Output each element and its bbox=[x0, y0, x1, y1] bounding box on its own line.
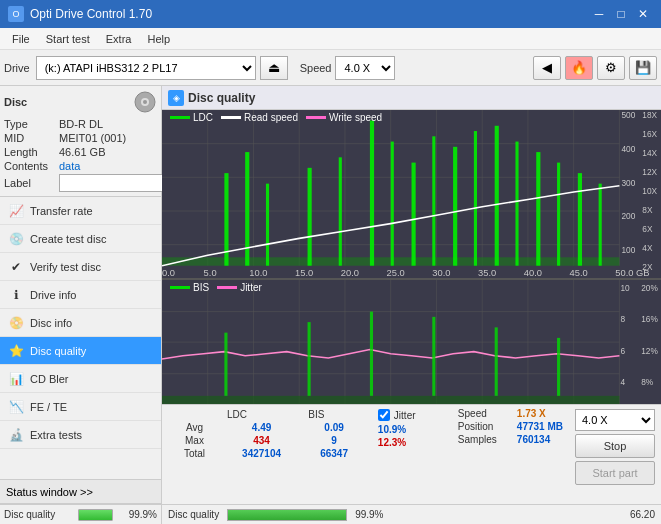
nav-verify-test-disc[interactable]: ✔ Verify test disc bbox=[0, 253, 161, 281]
title-bar: O Opti Drive Control 1.70 ─ □ ✕ bbox=[0, 0, 661, 28]
menu-extra[interactable]: Extra bbox=[98, 31, 140, 47]
svg-text:200: 200 bbox=[621, 211, 635, 221]
nav-drive-info-label: Drive info bbox=[30, 289, 76, 301]
nav-drive-info[interactable]: ℹ Drive info bbox=[0, 281, 161, 309]
start-part-button[interactable]: Start part bbox=[575, 461, 655, 485]
svg-text:8X: 8X bbox=[642, 205, 653, 215]
svg-rect-31 bbox=[515, 142, 518, 266]
type-label: Type bbox=[4, 118, 59, 130]
menu-start-test[interactable]: Start test bbox=[38, 31, 98, 47]
svg-text:20.0: 20.0 bbox=[341, 267, 359, 278]
disc-quality-icon: ⭐ bbox=[8, 343, 24, 359]
speed-select[interactable]: 4.0 X bbox=[335, 56, 395, 80]
jitter-color bbox=[217, 286, 237, 289]
save-button[interactable]: 💾 bbox=[629, 56, 657, 80]
svg-rect-22 bbox=[308, 168, 312, 266]
eject-button[interactable]: ⏏ bbox=[260, 56, 288, 80]
bottom-chart-legend: BIS Jitter bbox=[170, 282, 262, 293]
maximize-button[interactable]: □ bbox=[611, 5, 631, 23]
svg-text:300: 300 bbox=[621, 178, 635, 188]
svg-rect-26 bbox=[412, 163, 416, 266]
nav-disc-quality-label: Disc quality bbox=[30, 345, 86, 357]
disc-title: Disc bbox=[4, 96, 27, 108]
svg-text:35.0: 35.0 bbox=[478, 267, 496, 278]
status-window-label: Status window >> bbox=[6, 486, 93, 498]
title-bar-controls: ─ □ ✕ bbox=[589, 5, 653, 23]
svg-rect-34 bbox=[578, 173, 582, 266]
jitter-checkbox[interactable] bbox=[378, 409, 390, 421]
svg-rect-78 bbox=[308, 322, 311, 396]
speed-info-label: Speed bbox=[458, 408, 513, 419]
toolbar: Drive (k:) ATAPI iHBS312 2 PL17 ⏏ Speed … bbox=[0, 50, 661, 86]
status-window-button[interactable]: Status window >> bbox=[0, 480, 161, 504]
position-row: Position 47731 MB bbox=[458, 421, 563, 432]
samples-label: Samples bbox=[458, 434, 513, 445]
svg-text:45.0: 45.0 bbox=[570, 267, 588, 278]
svg-text:6X: 6X bbox=[642, 224, 653, 234]
samples-val: 760134 bbox=[517, 434, 550, 445]
nav-extra-tests-label: Extra tests bbox=[30, 429, 82, 441]
contents-value: data bbox=[59, 160, 80, 172]
col-header-ldc: LDC bbox=[221, 408, 302, 421]
svg-text:400: 400 bbox=[621, 144, 635, 154]
svg-point-2 bbox=[143, 100, 147, 104]
top-chart-legend: LDC Read speed Write speed bbox=[170, 112, 382, 123]
legend-read-speed-label: Read speed bbox=[244, 112, 298, 123]
svg-rect-82 bbox=[557, 338, 560, 396]
svg-text:16%: 16% bbox=[641, 314, 658, 324]
nav-disc-quality[interactable]: ⭐ Disc quality bbox=[0, 337, 161, 365]
progress-value: 99.9% bbox=[117, 509, 157, 520]
svg-text:100: 100 bbox=[621, 245, 635, 255]
avg-label: Avg bbox=[168, 421, 221, 434]
svg-rect-33 bbox=[557, 163, 560, 266]
nav-fe-te[interactable]: 📉 FE / TE bbox=[0, 393, 161, 421]
burn-button[interactable]: 🔥 bbox=[565, 56, 593, 80]
close-button[interactable]: ✕ bbox=[633, 5, 653, 23]
svg-rect-29 bbox=[474, 131, 477, 266]
svg-text:14X: 14X bbox=[642, 148, 657, 158]
bis-color bbox=[170, 286, 190, 289]
jitter-avg-val: 10.9% bbox=[378, 424, 446, 435]
bottom-progress-fill bbox=[228, 510, 346, 520]
stats-table-container: LDC BIS Avg 4.49 0.09 Max bbox=[162, 405, 372, 504]
progress-container: Disc quality 99.9% bbox=[0, 504, 161, 524]
menu-bar: File Start test Extra Help bbox=[0, 28, 661, 50]
legend-jitter: Jitter bbox=[217, 282, 262, 293]
bottom-progress-value: 99.9% bbox=[355, 509, 383, 520]
svg-rect-28 bbox=[453, 147, 457, 266]
stop-button[interactable]: Stop bbox=[575, 434, 655, 458]
drive-select[interactable]: (k:) ATAPI iHBS312 2 PL17 bbox=[36, 56, 256, 80]
menu-file[interactable]: File bbox=[4, 31, 38, 47]
jitter-label: Jitter bbox=[394, 410, 416, 421]
speed-label: Speed bbox=[300, 62, 332, 74]
nav-extra-tests[interactable]: 🔬 Extra tests bbox=[0, 421, 161, 449]
max-bis: 9 bbox=[302, 434, 366, 447]
extra-tests-icon: 🔬 bbox=[8, 427, 24, 443]
verify-test-disc-icon: ✔ bbox=[8, 259, 24, 275]
svg-text:0.0: 0.0 bbox=[162, 267, 175, 278]
nav-create-test-disc[interactable]: 💿 Create test disc bbox=[0, 225, 161, 253]
speed-select2[interactable]: 4.0 X bbox=[575, 409, 655, 431]
col-header-empty bbox=[168, 408, 221, 421]
prev-button[interactable]: ◀ bbox=[533, 56, 561, 80]
nav-disc-info-label: Disc info bbox=[30, 317, 72, 329]
nav-create-test-disc-label: Create test disc bbox=[30, 233, 106, 245]
svg-rect-21 bbox=[266, 184, 269, 266]
svg-text:10.0: 10.0 bbox=[249, 267, 267, 278]
legend-write-speed-label: Write speed bbox=[329, 112, 382, 123]
nav-cd-bler[interactable]: 📊 CD Bler bbox=[0, 365, 161, 393]
menu-help[interactable]: Help bbox=[139, 31, 178, 47]
settings-button[interactable]: ⚙ bbox=[597, 56, 625, 80]
legend-bis: BIS bbox=[170, 282, 209, 293]
avg-bis: 0.09 bbox=[302, 421, 366, 434]
svg-rect-27 bbox=[432, 136, 435, 265]
svg-text:12X: 12X bbox=[642, 167, 657, 177]
col-header-bis: BIS bbox=[302, 408, 366, 421]
svg-text:10: 10 bbox=[620, 283, 630, 293]
minimize-button[interactable]: ─ bbox=[589, 5, 609, 23]
left-panel: Disc Type BD-R DL MID MEIT01 (001) Leng bbox=[0, 86, 162, 524]
svg-text:16X: 16X bbox=[642, 129, 657, 139]
avg-row: Avg 4.49 0.09 bbox=[168, 421, 366, 434]
nav-disc-info[interactable]: 📀 Disc info bbox=[0, 309, 161, 337]
nav-transfer-rate[interactable]: 📈 Transfer rate bbox=[0, 197, 161, 225]
